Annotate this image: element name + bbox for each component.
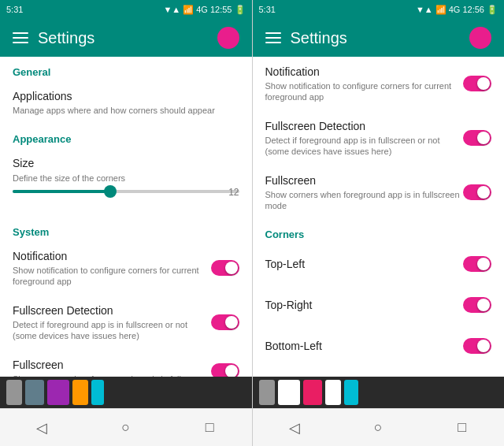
avatar-right (469, 27, 491, 49)
hamburger-button[interactable] (13, 32, 28, 43)
setting-applications-title: Applications (13, 89, 239, 103)
setting-fullscreen-right[interactable]: Fullscreen Show corners when foreground … (253, 165, 505, 220)
slider-track[interactable]: 12 (13, 190, 239, 193)
setting-notification-right[interactable]: Notification Show notification to config… (253, 57, 505, 111)
section-system: System (0, 217, 252, 241)
app-bar-title-right: Settings (291, 29, 461, 47)
back-button-right[interactable] (275, 414, 314, 442)
taskbar-app-r1 (259, 380, 275, 405)
slider-fill (13, 190, 114, 193)
toggle-top-right[interactable] (463, 297, 491, 313)
setting-fullscreen-detection-right[interactable]: Fullscreen Detection Detect if foregroun… (253, 111, 505, 165)
setting-fullscreen-detection-left-text: Fullscreen Detection Detect if foregroun… (13, 303, 211, 342)
toggle-top-left[interactable] (463, 256, 491, 272)
setting-notification-left[interactable]: Notification Show notification to config… (0, 241, 252, 295)
setting-top-right-title: Top-Right (265, 298, 464, 312)
status-time-right: 4G 12:55 (196, 5, 232, 14)
status-bar-right: 5:31 ▼▲ 📶 4G 12:56 🔋 (253, 0, 505, 19)
signal-icon-right: 📶 (435, 5, 447, 15)
setting-applications-desc: Manage apps where and how corners should… (13, 105, 239, 116)
app-bar-left: Settings (0, 19, 252, 57)
setting-notification-right-desc: Show notification to configure corners f… (265, 80, 464, 103)
setting-top-right[interactable]: Top-Right (253, 284, 505, 325)
nav-bar-right (253, 408, 505, 446)
status-bar-right-right-icons: ▼▲ 📶 4G 12:56 🔋 (416, 5, 498, 15)
setting-fullscreen-detection-left-title: Fullscreen Detection (13, 303, 211, 318)
toggle-notification-right[interactable] (463, 76, 491, 91)
setting-fullscreen-left[interactable]: Fullscreen Show corners when foreground … (0, 350, 252, 377)
setting-fullscreen-left-title: Fullscreen (13, 358, 211, 372)
taskbar-app-r2 (278, 380, 300, 405)
toggle-fullscreen-detection-left[interactable] (211, 314, 239, 330)
setting-fullscreen-detection-right-text: Fullscreen Detection Detect if foregroun… (265, 119, 464, 158)
taskbar-app-3 (47, 380, 69, 405)
setting-fullscreen-right-desc: Show corners when foreground app is in f… (265, 189, 464, 212)
setting-top-left-title: Top-Left (265, 257, 464, 271)
taskbar-right (253, 377, 505, 408)
setting-bottom-left[interactable]: Bottom-Left (253, 325, 505, 366)
setting-bottom-left-title: Bottom-Left (265, 339, 464, 353)
setting-applications[interactable]: Applications Manage apps where and how c… (0, 81, 252, 124)
status-time-left: 5:31 (6, 5, 23, 14)
setting-fullscreen-detection-right-desc: Detect if foreground app is in fullscree… (265, 135, 464, 158)
section-corners: Corners (253, 219, 505, 243)
setting-fullscreen-detection-left-desc: Detect if foreground app is in fullscree… (13, 319, 211, 342)
home-button-right[interactable] (358, 414, 398, 442)
setting-top-right-text: Top-Right (265, 298, 464, 312)
section-appearance: Appearance (0, 124, 252, 148)
toggle-bottom-left[interactable] (463, 338, 491, 354)
status-bar-left: 5:31 ▼▲ 📶 4G 12:55 🔋 (0, 0, 252, 19)
toggle-fullscreen-left[interactable] (211, 363, 239, 377)
network-icon: ▼▲ (163, 5, 180, 14)
status-time-right-right: 4G 12:56 (449, 5, 484, 14)
setting-top-left-text: Top-Left (265, 257, 464, 271)
content-right: Notification Show notification to config… (253, 57, 505, 377)
setting-notification-left-title: Notification (13, 249, 211, 263)
battery-icon: 🔋 (235, 5, 246, 15)
setting-fullscreen-right-title: Fullscreen (265, 173, 464, 188)
back-button-left[interactable] (22, 414, 61, 442)
signal-icon: 📶 (183, 5, 194, 15)
setting-size-text: Size Define the size of the corners (13, 156, 125, 183)
recent-button-right[interactable] (443, 414, 482, 442)
taskbar-app-2 (25, 380, 44, 405)
avatar-left (217, 27, 239, 49)
setting-fullscreen-detection-right-title: Fullscreen Detection (265, 119, 464, 133)
panel-left: 5:31 ▼▲ 📶 4G 12:55 🔋 Settings General Ap… (0, 0, 252, 446)
nav-bar-left (0, 408, 252, 446)
app-bar-right: Settings (253, 19, 505, 57)
setting-top-left[interactable]: Top-Left (253, 243, 505, 284)
slider-value: 12 (228, 187, 239, 198)
setting-bottom-left-text: Bottom-Left (265, 339, 464, 353)
setting-fullscreen-left-text: Fullscreen Show corners when foreground … (13, 358, 211, 377)
setting-notification-right-text: Notification Show notification to config… (265, 65, 464, 103)
taskbar-app-r3 (303, 380, 322, 405)
recent-button-left[interactable] (190, 414, 229, 442)
setting-notification-left-desc: Show notification to configure corners f… (13, 265, 211, 288)
taskbar-app-r5 (344, 380, 358, 405)
toggle-fullscreen-right[interactable] (463, 184, 491, 200)
setting-bottom-right[interactable]: Bottom-Right (253, 366, 505, 377)
panel-right: 5:31 ▼▲ 📶 4G 12:56 🔋 Settings Notificati… (253, 0, 505, 446)
setting-size-desc: Define the size of the corners (13, 173, 125, 184)
setting-applications-text: Applications Manage apps where and how c… (13, 89, 239, 116)
network-icon-right: ▼▲ (416, 5, 433, 14)
status-time-right-left: 5:31 (259, 5, 276, 14)
taskbar-app-5 (91, 380, 104, 405)
status-bar-right-icons: ▼▲ 📶 4G 12:55 🔋 (163, 5, 245, 15)
taskbar-left (0, 377, 252, 408)
content-left: General Applications Manage apps where a… (0, 57, 252, 377)
hamburger-button-right[interactable] (265, 32, 281, 43)
toggle-notification-left[interactable] (211, 260, 239, 276)
status-bar-right-left-icons: 5:31 (259, 5, 276, 14)
toggle-fullscreen-detection-right[interactable] (463, 130, 491, 146)
size-slider-container: 12 (13, 184, 239, 209)
taskbar-app-4 (72, 380, 88, 405)
setting-fullscreen-detection-left[interactable]: Fullscreen Detection Detect if foregroun… (0, 295, 252, 350)
setting-fullscreen-right-text: Fullscreen Show corners when foreground … (265, 173, 464, 212)
setting-size: Size Define the size of the corners 12 (0, 148, 252, 216)
battery-icon-right: 🔋 (487, 5, 498, 15)
home-button-left[interactable] (106, 414, 146, 442)
status-bar-left-icons: 5:31 (6, 5, 23, 14)
slider-thumb[interactable] (104, 185, 117, 198)
